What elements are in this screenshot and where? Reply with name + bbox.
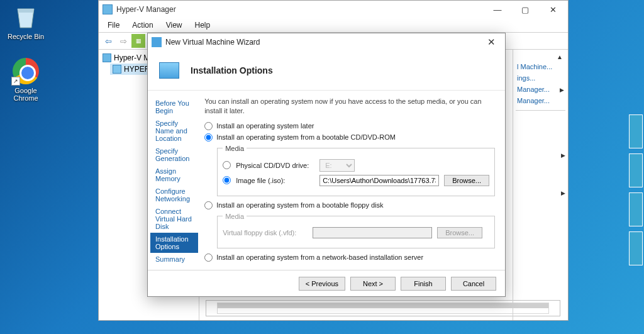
- wizard-icon: [152, 37, 162, 47]
- radio-install-later[interactable]: [204, 122, 213, 130]
- radio-label: Install an operating system later: [216, 122, 314, 130]
- expand-arrow-icon[interactable]: ▶: [516, 190, 565, 196]
- radio-image-file[interactable]: [223, 176, 231, 184]
- next-button[interactable]: Next >: [350, 277, 396, 291]
- hyperv-titlebar[interactable]: Hyper-V Manager — ▢ ✕: [99, 1, 568, 18]
- radio-install-cd[interactable]: [204, 133, 213, 142]
- menu-file[interactable]: File: [103, 19, 125, 31]
- wizard-titlebar[interactable]: New Virtual Machine Wizard ✕: [148, 33, 505, 51]
- new-vm-wizard-dialog: New Virtual Machine Wizard ✕ Installatio…: [147, 33, 506, 297]
- desktop-hint-slot: [629, 192, 643, 226]
- server-icon: [103, 53, 111, 62]
- wizard-step[interactable]: Summary: [150, 253, 198, 265]
- field-label: Image file (.iso):: [236, 177, 314, 184]
- fieldset-legend: Media: [223, 145, 247, 152]
- media-group-cd: Media Physical CD/DVD drive: E: Image fi…: [217, 145, 495, 196]
- option-install-network[interactable]: Install an operating system from a netwo…: [204, 253, 495, 262]
- desktop-icon-recycle-bin[interactable]: Recycle Bin: [4, 4, 48, 40]
- wizard-header-title: Installation Options: [191, 65, 273, 75]
- chrome-icon: ↗: [13, 58, 39, 84]
- radio-install-network[interactable]: [204, 253, 213, 262]
- wizard-step[interactable]: Configure Networking: [150, 185, 198, 205]
- expand-arrow-icon[interactable]: ▶: [516, 152, 565, 159]
- desktop-icon-label: Google Chrome: [4, 87, 48, 102]
- desktop-hint-slot: [629, 114, 643, 148]
- hyperv-icon: [103, 4, 113, 14]
- media-group-floppy: Media Virtual floppy disk (.vfd): Browse…: [217, 213, 495, 248]
- browse-button[interactable]: Browse...: [444, 175, 489, 186]
- iso-path-input[interactable]: [319, 175, 439, 186]
- actions-panel: ▲ l Machine... ings... Manager...▶ Manag…: [513, 50, 568, 320]
- scroll-up-icon[interactable]: ▲: [516, 53, 565, 61]
- action-link[interactable]: Manager...: [516, 95, 565, 106]
- close-button[interactable]: ✕: [481, 35, 501, 50]
- toolbar-button[interactable]: ▦: [131, 34, 145, 48]
- host-icon: [113, 65, 121, 74]
- physical-drive-select: E:: [319, 159, 355, 172]
- menubar: File Action View Help: [99, 18, 568, 32]
- back-button[interactable]: ⇦: [101, 34, 115, 48]
- desktop-icon-chrome[interactable]: ↗ Google Chrome: [4, 58, 48, 102]
- wizard-content: You can install an operating system now …: [201, 91, 505, 269]
- wizard-description: You can install an operating system now …: [204, 97, 495, 116]
- menu-view[interactable]: View: [161, 19, 187, 31]
- close-button[interactable]: ✕: [539, 1, 567, 18]
- main-scroller[interactable]: [206, 300, 560, 316]
- option-install-cd[interactable]: Install an operating system from a boota…: [204, 133, 495, 142]
- menu-help[interactable]: Help: [190, 19, 216, 31]
- desktop-hint-slot: [629, 153, 643, 187]
- window-title: Hyper-V Manager: [116, 5, 484, 14]
- radio-install-floppy[interactable]: [204, 201, 213, 209]
- wizard-step[interactable]: Assign Memory: [150, 165, 198, 185]
- desktop-hint-slot: [629, 231, 643, 265]
- action-link[interactable]: Manager...▶: [516, 84, 565, 95]
- recycle-bin-icon: [13, 4, 39, 30]
- cancel-button[interactable]: Cancel: [451, 277, 496, 291]
- option-install-later[interactable]: Install an operating system later: [204, 122, 495, 130]
- forward-button[interactable]: ⇨: [116, 34, 130, 48]
- finish-button[interactable]: Finish: [401, 277, 446, 291]
- radio-label: Install an operating system from a boota…: [216, 201, 383, 209]
- fieldset-legend: Media: [223, 213, 247, 220]
- wizard-step[interactable]: Before You Begin: [150, 97, 198, 117]
- previous-button[interactable]: < Previous: [299, 277, 345, 291]
- wizard-footer: < Previous Next > Finish Cancel: [148, 270, 505, 296]
- action-link[interactable]: l Machine...: [516, 61, 565, 72]
- field-label: Physical CD/DVD drive:: [236, 162, 314, 169]
- wizard-header-icon: [159, 62, 179, 79]
- wizard-step[interactable]: Specify Generation: [150, 145, 198, 165]
- maximize-button[interactable]: ▢: [511, 1, 539, 18]
- wizard-step[interactable]: Specify Name and Location: [150, 117, 198, 145]
- option-install-floppy[interactable]: Install an operating system from a boota…: [204, 201, 495, 209]
- minimize-button[interactable]: —: [484, 1, 511, 18]
- browse-button: Browse...: [437, 227, 482, 238]
- wizard-step[interactable]: Installation Options: [150, 233, 198, 253]
- menu-action[interactable]: Action: [127, 19, 158, 31]
- radio-physical-drive[interactable]: [223, 161, 231, 169]
- action-link[interactable]: ings...: [516, 72, 565, 84]
- wizard-header: Installation Options: [148, 51, 505, 90]
- wizard-steps: Before You BeginSpecify Name and Locatio…: [148, 91, 201, 269]
- shortcut-arrow-icon: ↗: [11, 77, 20, 86]
- wizard-title: New Virtual Machine Wizard: [165, 38, 481, 47]
- desktop-icon-label: Recycle Bin: [4, 33, 48, 40]
- field-label: Virtual floppy disk (.vfd):: [223, 229, 308, 237]
- vfd-path-input: [313, 227, 432, 238]
- wizard-step[interactable]: Connect Virtual Hard Disk: [150, 205, 198, 233]
- radio-label: Install an operating system from a boota…: [216, 133, 396, 141]
- radio-label: Install an operating system from a netwo…: [216, 253, 423, 261]
